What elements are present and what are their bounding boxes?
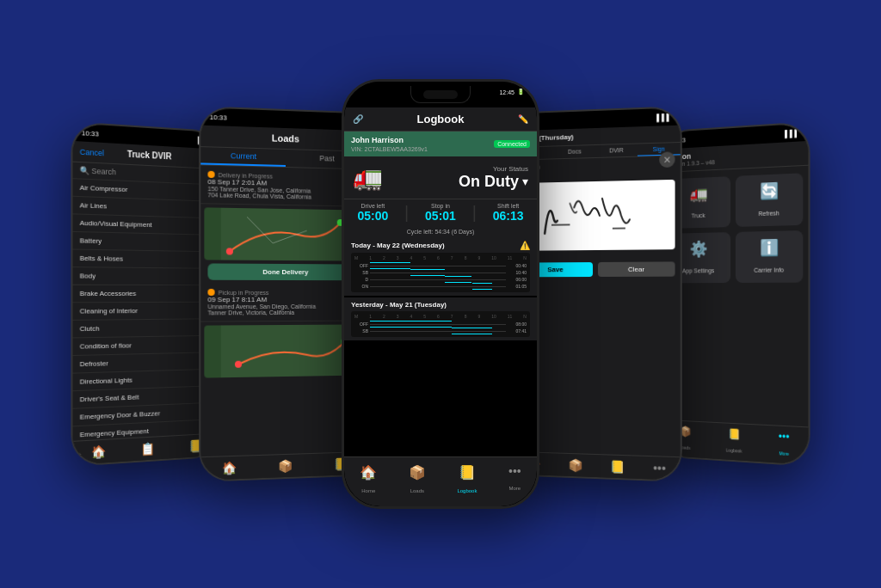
load-map-1: [204, 207, 364, 260]
more-icon-sign[interactable]: •••: [653, 461, 666, 475]
cancel-button[interactable]: Cancel: [80, 147, 104, 157]
edit-icon: ✏️: [518, 114, 528, 124]
driver-bar: John Harrison VIN: 2CTALBEW5AA3269v1 Con…: [344, 132, 537, 156]
signal-sign: ▌▌▌: [656, 113, 671, 121]
timer-shift-value: 06:13: [493, 209, 524, 223]
dvir-item[interactable]: Brake Accessories: [73, 285, 219, 303]
home-icon[interactable]: 🏠: [91, 444, 106, 459]
time-left: 10:33: [82, 129, 99, 138]
more-item-carrier[interactable]: ℹ️ Carrier Info: [736, 230, 803, 283]
timer-shift: Shift left 06:13: [493, 203, 524, 223]
dvir-item[interactable]: Belts & Hoses: [73, 250, 219, 269]
signal-more: ▌▌▌: [785, 129, 799, 138]
chart-row-sb: SB 10:40: [354, 269, 527, 276]
status-section: 🚛 Your Status On Duty ▾: [344, 156, 537, 199]
logbook-header: 🔗 Logbook ✏️: [344, 107, 537, 132]
refresh-more-icon: 🔄: [739, 181, 800, 202]
docs-date: Jul 18 (Thursday): [518, 130, 675, 143]
logbook-nav-label: Logbook: [457, 488, 477, 493]
timer-drive: Drive left 05:00: [357, 203, 388, 223]
driver-name: John Harrison: [351, 136, 428, 144]
logbook-nav-icon: 📒: [457, 464, 477, 481]
settings-more-label: App Settings: [682, 267, 714, 273]
tab-docs[interactable]: Docs: [554, 145, 595, 158]
dvir-item[interactable]: Battery: [73, 232, 219, 252]
svg-point-2: [226, 248, 233, 254]
nav-logbook[interactable]: 📒 Logbook: [457, 464, 477, 496]
carrier-more-label: Carrier Info: [754, 266, 784, 273]
logbook-nav-more[interactable]: 📒 Logbook: [726, 428, 742, 456]
carrier-more-icon: ℹ️: [739, 237, 800, 258]
more-bottom-icon: •••: [779, 431, 790, 444]
logbook-icon-sign[interactable]: 📒: [610, 460, 625, 475]
phone-logbook-main: 12:45 🔋 🔗 Logbook ✏️ John Harrison VIN: …: [342, 79, 539, 509]
home-nav-icon: 🏠: [360, 464, 377, 481]
clear-button[interactable]: Clear: [598, 261, 675, 277]
loads-nav-label: Loads: [410, 488, 424, 493]
nav-home[interactable]: 🏠 Home: [360, 464, 377, 496]
svg-rect-5: [221, 325, 349, 378]
battery-center: 🔋: [517, 89, 525, 95]
hos-chart-yesterday: M1234567891011N OFF 08:00 SB: [351, 311, 530, 337]
chart-row-off-y: OFF 08:00: [354, 321, 527, 328]
more-nav-more[interactable]: ••• More: [779, 431, 790, 459]
cycle-text: Cycle left: 54:34 (6 Days): [344, 226, 537, 237]
home-icon-loads[interactable]: 🏠: [222, 461, 237, 475]
notch-area: 12:45 🔋: [344, 82, 537, 107]
alert-icon: ⚠️: [520, 241, 530, 250]
more-bottom-label: More: [779, 450, 789, 456]
logbook-bottom-label: Logbook: [726, 448, 742, 454]
nav-loads[interactable]: 📦 Loads: [409, 464, 426, 496]
dvir-title: Truck DVIR: [127, 150, 171, 162]
tab-dvir[interactable]: DVIR: [595, 144, 638, 157]
chevron-down-icon[interactable]: ▾: [522, 175, 528, 188]
truck-icon: 🚛: [353, 163, 383, 192]
time-center: 12:45: [499, 89, 514, 95]
dvir-list: Air Compressor Air Lines Audio/Visual Eq…: [73, 179, 219, 462]
logbook-bottom-nav: 🏠 Home 📦 Loads 📒 Logbook ••• More: [344, 456, 537, 506]
timers-row: Drive left 05:00 | Stop in 05:01 | Shift…: [344, 199, 537, 226]
yesterday-title: Yesterday - May 21 (Tuesday): [351, 301, 530, 309]
chart-row-sb-y: SB 07:41: [354, 328, 527, 334]
today-section: Today - May 22 (Wednesday) ⚠️ M123456789…: [344, 237, 537, 296]
load-status-2: Pickup in Progress: [219, 289, 269, 295]
done-delivery-button[interactable]: Done Delivery: [207, 263, 360, 280]
load-date-2: 09 Sep 17 8:11 AM: [207, 296, 360, 303]
load-addr2-2: Tanner Drive, Victoria, California: [207, 309, 360, 316]
chart-hours-yesterday: M1234567891011N: [354, 314, 527, 319]
truck-more-label: Truck: [691, 212, 705, 218]
timer-divider2: |: [472, 203, 477, 223]
more-nav-icon: •••: [508, 464, 521, 478]
timer-stop-value: 05:01: [425, 209, 456, 223]
home-nav-label: Home: [361, 488, 375, 493]
hos-chart-today: M1234567891011N OFF 00:40 SB: [351, 253, 530, 292]
load-map-2: [204, 324, 364, 377]
timer-shift-label: Shift left: [493, 203, 524, 209]
more-item-refresh[interactable]: 🔄 Refresh: [736, 173, 803, 227]
dvir-item[interactable]: Body: [73, 267, 219, 285]
dvir-icon[interactable]: 📋: [141, 442, 155, 456]
refresh-more-label: Refresh: [758, 210, 779, 217]
driver-vin: VIN: 2CTALBEW5AA3269v1: [351, 146, 428, 152]
loads-icon-sign[interactable]: 📦: [568, 458, 582, 473]
on-duty-text: On Duty: [459, 173, 519, 191]
chart-hours: M1234567891011N: [354, 255, 527, 260]
status-display[interactable]: Your Status On Duty ▾: [459, 165, 528, 191]
tab-sign[interactable]: Sign: [638, 143, 681, 156]
loads-icon-loads[interactable]: 📦: [279, 459, 293, 474]
nav-more[interactable]: ••• More: [508, 464, 521, 496]
chart-row-d: D 06:00: [354, 276, 527, 283]
timer-stop: Stop in 05:01: [425, 203, 456, 223]
phones-container: 10:33 ▌▌▌ Cancel Truck DVIR 🔍 Search Air…: [53, 36, 828, 552]
connected-badge: Connected: [494, 140, 530, 148]
today-title: Today - May 22 (Wednesday): [351, 242, 445, 249]
time-loads: 10:33: [210, 113, 227, 121]
more-nav-label: More: [509, 486, 521, 491]
timer-stop-label: Stop in: [425, 203, 456, 209]
chart-row-on: ON 01:05: [354, 283, 527, 290]
tab-current[interactable]: Current: [200, 147, 286, 167]
bottom-nav-more: 📦 Loads 📒 Logbook ••• More: [662, 420, 808, 465]
loads-title: Loads: [207, 131, 360, 146]
dvir-item[interactable]: Cleaning of Interior: [73, 303, 219, 321]
link-icon: 🔗: [353, 114, 363, 124]
